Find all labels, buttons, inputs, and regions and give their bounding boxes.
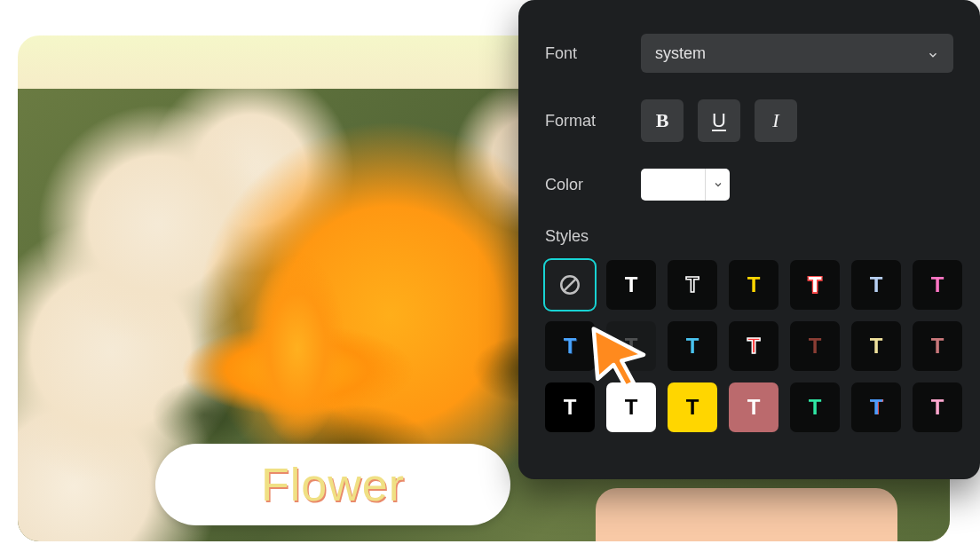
color-swatch <box>641 169 705 201</box>
style-tile-bg-rose[interactable]: T <box>729 382 778 432</box>
style-tile[interactable]: T <box>668 260 717 310</box>
style-tile-bg-white[interactable]: T <box>606 382 656 432</box>
font-select[interactable]: system <box>641 34 953 73</box>
font-label: Font <box>545 44 641 63</box>
style-tile[interactable]: T <box>851 382 901 432</box>
style-tile[interactable]: T <box>790 321 840 371</box>
style-tile[interactable]: T <box>790 260 840 310</box>
styles-label: Styles <box>545 227 953 246</box>
style-tile[interactable]: T <box>606 260 656 310</box>
style-tile[interactable]: T <box>913 260 962 310</box>
underline-button[interactable]: U <box>698 99 740 142</box>
italic-button[interactable]: I <box>755 99 797 142</box>
skin-area <box>596 488 897 541</box>
color-row: Color <box>545 169 953 201</box>
svg-line-1 <box>564 279 577 292</box>
style-tile-bg-yellow[interactable]: T <box>668 382 717 432</box>
format-row: Format B U I <box>545 99 953 142</box>
style-tile-bg-black[interactable]: T <box>545 382 595 432</box>
text-pill-label: Flower <box>261 458 405 511</box>
font-row: Font system <box>545 34 953 73</box>
style-tile[interactable]: T <box>729 321 778 371</box>
text-pill[interactable]: Flower <box>155 444 510 525</box>
bold-button[interactable]: B <box>641 99 684 142</box>
chevron-down-icon <box>705 169 730 201</box>
style-tile[interactable]: T <box>913 321 962 371</box>
color-label: Color <box>545 176 641 194</box>
style-tile[interactable]: T <box>851 321 901 371</box>
style-tile[interactable]: T <box>729 260 778 310</box>
style-tile[interactable]: T <box>913 382 962 432</box>
style-tile-none[interactable] <box>545 260 595 310</box>
style-tile[interactable]: T <box>790 382 840 432</box>
color-picker[interactable] <box>641 169 730 201</box>
style-tile[interactable]: T <box>851 260 901 310</box>
chevron-down-icon <box>927 47 939 59</box>
text-style-panel: Font system Format B U I Color Styles <box>518 0 980 479</box>
style-tile[interactable]: T <box>668 321 717 371</box>
font-value: system <box>655 44 706 63</box>
style-tile[interactable]: T <box>545 321 595 371</box>
style-tile[interactable]: T <box>606 321 656 371</box>
format-label: Format <box>545 112 641 130</box>
styles-grid: T T T T T T T T T T T T T T T T T T T T <box>545 260 953 432</box>
